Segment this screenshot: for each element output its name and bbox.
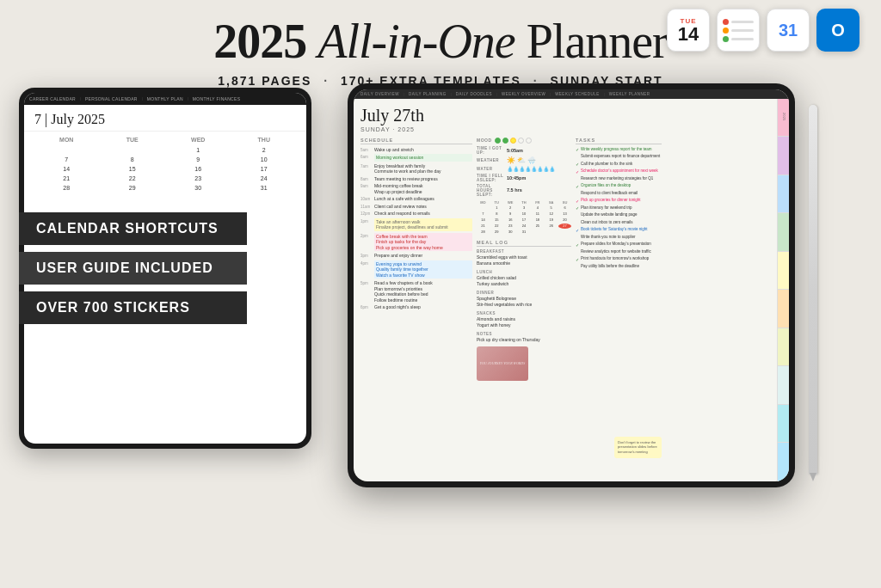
cal-cell: 16 (166, 165, 231, 173)
mc-cell: 29 (490, 230, 503, 235)
feature-badges: CALENDAR SHORTCUTS USER GUIDE INCLUDED O… (19, 212, 247, 324)
weather-label: WEATHER (477, 158, 504, 162)
check-icon: ✓ (576, 169, 579, 175)
breakfast-text: Scrambled eggs with toastBanana smoothie (477, 254, 571, 266)
tab-strip-item-10[interactable] (778, 443, 789, 481)
time-6am: 6am (360, 154, 373, 159)
task-text: Print handouts for tomorrow's workshop (581, 256, 649, 261)
cal-header-wed: WED (166, 137, 231, 143)
start-day: SUNDAY START (551, 74, 663, 88)
task-row: ✓ Prepare slides for Monday's presentati… (576, 242, 662, 248)
meal-log: MEAL LOG BREAKFAST Scrambled eggs with t… (477, 240, 571, 381)
nav-daily-planning[interactable]: DAILY PLANNING (409, 92, 447, 96)
app-icons-group: TUE 14 31 O (667, 9, 859, 52)
cal-cell: 7 (34, 156, 99, 163)
middle-column: MOOD (477, 138, 571, 475)
mood-circle-2[interactable] (502, 138, 508, 144)
nav-tab-career[interactable]: CAREER CALENDAR (29, 96, 76, 101)
nav-weekly-overview[interactable]: WEEKLY OVERVIEW (502, 92, 545, 96)
nav-sep-2: | (142, 96, 143, 101)
schedule-row: 5pm Read a few chapters of a bookPlan to… (360, 280, 472, 303)
task-text: Clean out inbox to zero emails (581, 220, 633, 225)
tab-strip-item-8[interactable] (778, 366, 789, 405)
schedule-item: Wake up and stretch (374, 147, 472, 153)
schedule-item: Lunch at a cafe with colleagues (374, 196, 472, 202)
mc-h-fr: FR (531, 200, 544, 205)
mc-h-sa: SA (545, 200, 558, 205)
dot1: · (323, 74, 329, 88)
check-icon: ✓ (576, 257, 579, 262)
task-text: Review analytics report for website traf… (581, 249, 651, 254)
tab-strip: 2025 (777, 99, 789, 481)
tab-strip-item-9[interactable] (778, 405, 789, 444)
nav-sep-1: | (80, 96, 81, 101)
water-label: WATER (477, 167, 504, 171)
task-text: Write thank-you note to supplier (581, 235, 635, 240)
task-row: ✓ Schedule doctor's appointment for next… (576, 168, 662, 175)
time-8am: 8am (360, 176, 373, 181)
time-1pm: 1pm (360, 218, 373, 224)
outlook-icon[interactable]: O (816, 9, 859, 52)
mood-circle-3[interactable] (510, 138, 516, 144)
mc-cell: 6 (558, 205, 571, 211)
reminders-icon[interactable] (717, 9, 760, 52)
cal-cell: 28 (34, 184, 99, 192)
mood-circle-1[interactable] (495, 138, 501, 144)
task-row: ✓ Respond to client feedback email (576, 191, 662, 197)
badge-calendar-shortcuts: CALENDAR SHORTCUTS (19, 212, 247, 245)
nav-daily-doodles[interactable]: DAILY DOODLES (456, 92, 492, 96)
check-icon: ✓ (576, 147, 579, 152)
mood-circle-4[interactable] (518, 138, 524, 144)
time-3pm: 3pm (360, 253, 373, 258)
tab-strip-item-5[interactable] (778, 252, 789, 291)
mood-circle-5[interactable] (526, 138, 532, 144)
dinner-text: Spaghetti BologneseStir-fried vegetables… (477, 296, 571, 308)
tab-label: 2025 (782, 113, 786, 121)
mc-cell: 19 (545, 217, 558, 223)
check-icon: ✓ (576, 228, 579, 233)
nav-tab-finances[interactable]: MONTHLY FINANCES (193, 96, 240, 101)
planner-content: July 27th SUNDAY · 2025 SCHEDULE 5am Wak… (354, 99, 789, 481)
reminder-dot-red (723, 19, 729, 25)
cal-cell: 31 (232, 184, 297, 192)
mood-circles (495, 138, 532, 144)
pages-count: 1,871 PAGES (218, 74, 311, 88)
cal-cell: 22 (101, 175, 165, 182)
time-11am: 11am (360, 204, 373, 209)
tab-strip-item-7[interactable] (778, 328, 789, 367)
mc-cell: 17 (518, 217, 531, 223)
nav-weekly-planner[interactable]: WEEKLY PLANNER (609, 92, 650, 96)
mc-cell: 11 (531, 211, 544, 217)
schedule-item: Client call and review notes (374, 204, 472, 210)
nav-tab-monthly[interactable]: MONTHLY PLAN (147, 96, 183, 101)
weather-row: WEATHER ☀️ ⛅ 🌧️ (477, 156, 571, 164)
reminder-dot-green (723, 36, 729, 42)
planner-nav: DAILY OVERVIEW | DAILY PLANNING | DAILY … (354, 89, 789, 99)
apple-calendar-icon[interactable]: TUE 14 (667, 9, 710, 52)
mc-cell: 20 (558, 217, 571, 223)
task-text: Update the website landing page (581, 212, 638, 217)
mc-cell-today: 27 (558, 224, 571, 229)
nav-tab-personal[interactable]: PERSONAL CALENDAR (85, 96, 138, 101)
tab-strip-item-4[interactable] (778, 213, 789, 252)
planner-day: SUNDAY · 2025 (360, 126, 772, 132)
lunch-text: Grilled chicken saladTurkey sandwich (477, 275, 571, 287)
task-text: Schedule doctor's appointment for next w… (581, 168, 658, 174)
google-calendar-icon[interactable]: 31 (767, 9, 810, 52)
nav-daily-overview[interactable]: DAILY OVERVIEW (360, 92, 399, 96)
nav-weekly-schedule[interactable]: WEEKLY SCHEDULE (555, 92, 600, 96)
time-9am: 9am (360, 183, 373, 188)
nav-sep: | (550, 92, 551, 96)
reminder-bar-1 (731, 21, 754, 23)
tab-strip-item-2[interactable] (778, 137, 789, 175)
apple-pencil (809, 105, 817, 475)
lunch-label: LUNCH (477, 270, 571, 274)
cal-cell: 15 (101, 165, 165, 173)
schedule-row: 6am Morning workout session (360, 154, 472, 162)
task-row: ✓ Write thank-you note to supplier (576, 235, 662, 241)
tab-strip-item-1[interactable]: 2025 (778, 99, 789, 138)
nav-sep: | (604, 92, 605, 96)
mc-cell: 26 (545, 224, 558, 229)
tab-strip-item-6[interactable] (778, 290, 789, 328)
tab-strip-item-3[interactable] (778, 175, 789, 214)
